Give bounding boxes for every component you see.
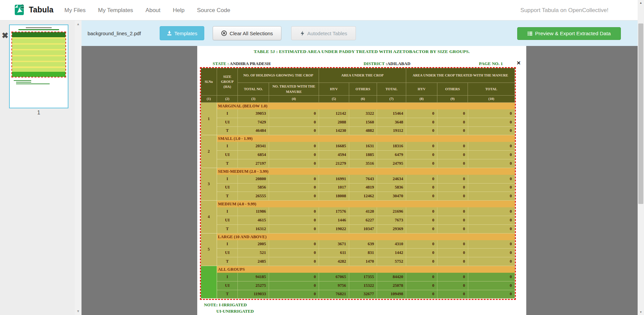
col-header-total2: TOTAL	[468, 83, 515, 96]
col-number: (6)	[349, 96, 377, 103]
table-cell: 0	[406, 207, 437, 216]
table-cell: 0	[468, 257, 515, 266]
thumb-table-body	[12, 37, 65, 72]
preview-export-button[interactable]: Preview & Export Extracted Data	[517, 27, 621, 40]
table-cell: 0	[406, 192, 437, 201]
window-scrollbar[interactable]: ▲ ▼	[638, 0, 644, 315]
group-rows: SEMI-MEDIUM (2.0 - 3.99)I208000169917643…	[217, 168, 515, 201]
nav-item-my-files[interactable]: My Files	[64, 7, 86, 14]
autodetect-tables-button[interactable]: Autodetect Tables	[291, 26, 356, 40]
sidebar-scroll-up-icon[interactable]: ▲	[75, 22, 82, 26]
group-label-band: ALL GROUPS	[217, 266, 515, 273]
table-header: Sl.No SIZE GROUP (HA) NO. OF HOLDINGS GR…	[201, 68, 515, 103]
table-row: I11986017576412021696000	[217, 207, 515, 216]
table-cell: 3516	[349, 159, 377, 168]
table-cell: 0	[269, 142, 319, 151]
nav-item-source-code[interactable]: Source Code	[197, 7, 230, 14]
col-header-total: TOTAL	[377, 83, 406, 96]
nav-item-about[interactable]: About	[146, 7, 160, 14]
table-row: UI74290208815603648000	[217, 118, 515, 127]
col-number: (10)	[468, 96, 515, 103]
selection-close-icon[interactable]: ✕	[517, 60, 521, 65]
table-cell: 0	[406, 249, 437, 257]
table-cell: 4615	[238, 216, 269, 225]
table-cell: 0	[468, 290, 515, 299]
table-cell: 0	[437, 109, 468, 118]
slno-cell	[201, 266, 217, 299]
table-cell: 0	[406, 118, 437, 127]
table-cell: 0	[269, 216, 319, 225]
table-cell: 21279	[319, 159, 349, 168]
table-cell: 831	[349, 249, 377, 257]
table-cell: 0	[468, 225, 515, 233]
brand-name: Tabula	[29, 5, 54, 14]
table-cell: 0	[269, 127, 319, 136]
delete-page-icon[interactable]: ✖	[2, 32, 8, 40]
table-cell: 0	[406, 159, 437, 168]
table-cell: 0	[468, 175, 515, 183]
table-cell: 0	[437, 151, 468, 159]
table-cell: 109498	[377, 290, 406, 299]
table-cell: 30470	[377, 192, 406, 201]
thumb-note-line	[16, 84, 50, 84]
table-cell: 5856	[238, 183, 269, 192]
table-cell: 15464	[377, 109, 406, 118]
save-template-icon	[167, 31, 172, 36]
table-cell: 0	[437, 257, 468, 266]
templates-button[interactable]: Templates	[160, 26, 204, 40]
table-cell: 0	[437, 216, 468, 225]
pdf-viewer-area: TABLE 5J : ESTIMATED AREA UNDER PADDY TR…	[82, 46, 638, 315]
table-cell: 21696	[377, 207, 406, 216]
table-cell: 0	[406, 127, 437, 136]
table-cell: 0	[269, 273, 319, 281]
table-cell: 0	[406, 290, 437, 299]
scroll-up-icon[interactable]: ▲	[638, 0, 644, 6]
nav-item-my-templates[interactable]: My Templates	[98, 7, 133, 14]
table-cell: 0	[468, 109, 515, 118]
row-label-cell: UI	[217, 118, 238, 127]
scroll-down-icon[interactable]: ▼	[638, 309, 644, 315]
selection-region[interactable]: Sl.No SIZE GROUP (HA) NO. OF HOLDINGS GR…	[200, 67, 516, 300]
brand[interactable]: Tabula	[14, 4, 54, 15]
table-row: UI52106118311442000	[217, 249, 515, 257]
table-cell: 4594	[319, 151, 349, 159]
table-cell: 24795	[377, 159, 406, 168]
table-cell: 26555	[238, 192, 269, 201]
thumb-note-line	[14, 80, 31, 81]
table-row: T11903307682132677109498000	[217, 290, 515, 299]
row-label-cell: I	[217, 207, 238, 216]
table-cell: 0	[468, 207, 515, 216]
table-cell: 6227	[349, 216, 377, 225]
table-cell: 2005	[238, 240, 269, 249]
table-cell: 0	[406, 225, 437, 233]
table-cell: 1560	[349, 118, 377, 127]
page-thumbnail[interactable]	[9, 24, 68, 108]
table-cell: 10347	[349, 225, 377, 233]
group-rows: LARGE (10 AND ABOVE)I2005036716394310000…	[217, 233, 515, 266]
row-label-cell: I	[217, 273, 238, 281]
table-cell: 16312	[238, 225, 269, 233]
row-label-cell: T	[217, 159, 238, 168]
table-cell: 0	[437, 290, 468, 299]
slno-cell: 4	[201, 201, 217, 233]
clear-all-selections-button[interactable]: Clear All Selections	[213, 26, 281, 40]
table-cell: 0	[269, 192, 319, 201]
pdf-page[interactable]: TABLE 5J : ESTIMATED AREA UNDER PADDY TR…	[197, 46, 526, 315]
nav-item-help[interactable]: Help	[173, 7, 184, 14]
table-group-4: 4MEDIUM (4.0 - 9.99)I1198601757641202169…	[201, 201, 515, 233]
table-cell: 0	[269, 281, 319, 290]
table-cell: 0	[269, 159, 319, 168]
sidebar-scroll-down-icon[interactable]: ▼	[75, 309, 82, 313]
scrollbar-thumb[interactable]	[638, 23, 643, 204]
table-cell: 25275	[238, 281, 269, 290]
col-number: (1)	[201, 96, 217, 103]
table-cell: 67065	[319, 273, 349, 281]
table-cell: 4882	[349, 127, 377, 136]
col-header-hyv2: HYV	[406, 83, 437, 96]
sidebar-scrollbar[interactable]: ▲ ▼	[75, 20, 82, 315]
support-link[interactable]: Support Tabula on OpenCollective!	[521, 0, 608, 20]
clear-button-label: Clear All Selections	[229, 31, 273, 36]
table-cell: 32677	[349, 290, 377, 299]
table-row: T46484014230488219112000	[217, 127, 515, 136]
table-cell: 14230	[319, 127, 349, 136]
